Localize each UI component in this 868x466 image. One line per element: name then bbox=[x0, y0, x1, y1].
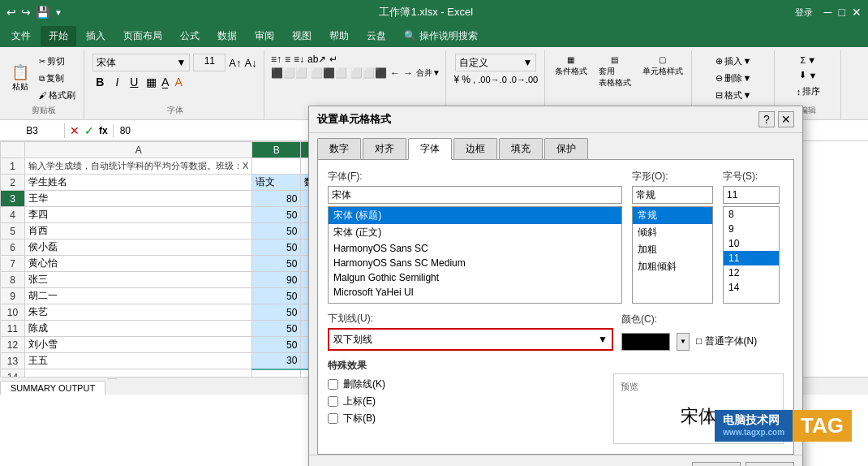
redo-icon[interactable]: ↪ bbox=[21, 6, 31, 19]
merge-cells-button[interactable]: 合并▼ bbox=[416, 67, 440, 79]
copy-button[interactable]: ⧉复制 bbox=[36, 71, 79, 86]
menu-insert[interactable]: 插入 bbox=[78, 26, 114, 46]
menu-help[interactable]: 帮助 bbox=[321, 26, 357, 46]
comma-button[interactable]: , bbox=[473, 74, 475, 85]
cancel-formula-icon[interactable]: ✕ bbox=[70, 124, 79, 137]
increase-font-icon[interactable]: A↑ bbox=[229, 57, 241, 69]
size-list-item[interactable]: 10 bbox=[724, 236, 779, 251]
delete-button[interactable]: ⊖ 删除▼ bbox=[712, 71, 754, 86]
fill-button[interactable]: ⬇ ▼ bbox=[796, 68, 820, 82]
percent-button[interactable]: % bbox=[462, 74, 471, 85]
col-header-a[interactable]: A bbox=[25, 142, 252, 158]
superscript-checkbox[interactable] bbox=[328, 396, 338, 407]
normal-font-label[interactable]: □ 普通字体(N) bbox=[696, 334, 757, 348]
style-list-item[interactable]: 常规 bbox=[633, 207, 712, 224]
size-list-item[interactable]: 12 bbox=[724, 265, 779, 280]
number-format-selector[interactable]: 自定义 ▼ bbox=[455, 54, 536, 71]
tab-protection[interactable]: 保护 bbox=[544, 138, 588, 159]
style-list-item[interactable]: 加粗倾斜 bbox=[633, 258, 712, 275]
decrease-decimal-button[interactable]: .00→.0 bbox=[478, 75, 506, 84]
strikethrough-checkbox[interactable] bbox=[328, 379, 338, 390]
align-middle-icon[interactable]: ≡ bbox=[285, 54, 290, 65]
fill-color-button[interactable]: A̲ bbox=[161, 76, 170, 88]
rotate-text-icon[interactable]: ab↗ bbox=[307, 54, 326, 65]
close-icon[interactable]: ✕ bbox=[852, 6, 862, 19]
menu-home[interactable]: 开始 bbox=[41, 26, 76, 46]
cancel-button[interactable]: 取消 bbox=[746, 462, 794, 466]
table-format-button[interactable]: ▤ 套用表格格式 bbox=[595, 54, 634, 90]
tab-border[interactable]: 边框 bbox=[453, 138, 497, 159]
sum-button[interactable]: Σ ▼ bbox=[797, 54, 820, 67]
format-painter-button[interactable]: 🖌格式刷 bbox=[36, 88, 79, 103]
font-list[interactable]: 宋体 (标题) 宋体 (正文) HarmonyOS Sans SC Harmon… bbox=[328, 206, 622, 304]
align-bottom-icon[interactable]: ≡↓ bbox=[294, 54, 304, 65]
size-list-item[interactable]: 8 bbox=[724, 207, 779, 222]
font-size-selector[interactable]: 11 bbox=[193, 54, 226, 71]
border-button[interactable]: ▦ bbox=[146, 76, 157, 88]
cell-style-button[interactable]: ▢ 单元格样式 bbox=[639, 54, 686, 90]
ok-button[interactable]: 确定 bbox=[692, 462, 741, 466]
font-list-item[interactable]: HarmonyOS Sans SC Medium bbox=[329, 256, 621, 270]
insert-function-icon[interactable]: fx bbox=[99, 125, 108, 136]
save-icon[interactable]: 💾 bbox=[36, 6, 49, 19]
format-button[interactable]: ⊟ 格式▼ bbox=[712, 88, 754, 103]
tab-font[interactable]: 字体 bbox=[408, 138, 452, 160]
align-right-icon[interactable]: ⬜⬜⬛ bbox=[350, 67, 387, 79]
size-list-item[interactable]: 14 bbox=[724, 280, 779, 295]
font-name-input[interactable] bbox=[328, 186, 622, 204]
menu-layout[interactable]: 页面布局 bbox=[115, 26, 170, 46]
align-top-icon[interactable]: ≡↑ bbox=[271, 54, 281, 65]
currency-button[interactable]: ¥ bbox=[454, 74, 460, 85]
maximize-icon[interactable]: □ bbox=[839, 6, 845, 19]
minimize-icon[interactable]: ─ bbox=[824, 6, 832, 19]
col-header-b[interactable]: B bbox=[252, 142, 301, 158]
dialog-question-btn[interactable]: ? bbox=[758, 111, 775, 127]
menu-cloud[interactable]: 云盘 bbox=[359, 26, 394, 46]
subscript-checkbox[interactable] bbox=[328, 413, 338, 424]
font-name-selector[interactable]: 宋体 ▼ bbox=[92, 54, 190, 71]
font-list-item[interactable]: Microsoft YaHei UI bbox=[329, 285, 621, 300]
tab-alignment[interactable]: 对齐 bbox=[363, 138, 406, 159]
undo-icon[interactable]: ↩ bbox=[6, 6, 16, 19]
align-center-icon[interactable]: ⬜⬛⬜ bbox=[311, 67, 347, 79]
indent-decrease-icon[interactable]: ← bbox=[390, 67, 400, 79]
insert-button[interactable]: ⊕ 插入▼ bbox=[712, 54, 754, 69]
size-list-item[interactable]: 11 bbox=[724, 251, 779, 265]
font-color-button[interactable]: A bbox=[174, 76, 182, 88]
menu-data[interactable]: 数据 bbox=[209, 26, 245, 46]
size-list-item[interactable]: 9 bbox=[724, 222, 779, 236]
sort-button[interactable]: ↕ 排序 bbox=[793, 84, 824, 99]
style-list-item[interactable]: 倾斜 bbox=[633, 224, 712, 241]
style-list-item[interactable]: 加粗 bbox=[633, 241, 712, 258]
quick-access-icon[interactable]: ▼ bbox=[54, 8, 62, 17]
font-list-item[interactable]: HarmonyOS Sans SC bbox=[329, 241, 621, 256]
font-style-input[interactable] bbox=[632, 186, 713, 204]
underline-selector[interactable]: 双下划线 ▼ bbox=[330, 330, 611, 348]
cut-button[interactable]: ✂剪切 bbox=[36, 54, 79, 69]
size-list[interactable]: 8 9 10 11 12 14 bbox=[723, 206, 780, 304]
menu-file[interactable]: 文件 bbox=[3, 26, 39, 46]
italic-button[interactable]: I bbox=[112, 74, 122, 90]
style-list[interactable]: 常规 倾斜 加粗 加粗倾斜 bbox=[632, 206, 713, 304]
menu-review[interactable]: 审阅 bbox=[247, 26, 282, 46]
menu-search[interactable]: 🔍 操作说明搜索 bbox=[396, 26, 486, 46]
font-list-item[interactable]: 宋体 (标题) bbox=[329, 207, 621, 224]
underline-button[interactable]: U bbox=[127, 74, 141, 90]
confirm-formula-icon[interactable]: ✓ bbox=[84, 124, 94, 137]
color-dropdown-button[interactable]: ▼ bbox=[677, 333, 690, 351]
font-list-item[interactable]: 宋体 (正文) bbox=[329, 224, 621, 241]
conditional-format-button[interactable]: ▦ 条件格式 bbox=[552, 54, 591, 90]
paste-button[interactable]: 📋 粘贴 bbox=[8, 63, 32, 94]
menu-formula[interactable]: 公式 bbox=[172, 26, 208, 46]
font-list-item[interactable]: Malgun Gothic Semilight bbox=[329, 270, 621, 285]
sheet-tab-summary[interactable]: SUMMARY OUTPUT bbox=[0, 381, 105, 395]
bold-button[interactable]: B bbox=[92, 74, 107, 90]
cell-reference[interactable]: B3 bbox=[0, 123, 65, 138]
align-left-icon[interactable]: ⬛⬜⬜ bbox=[271, 67, 307, 79]
increase-decimal-button[interactable]: .0→.00 bbox=[509, 75, 538, 84]
login-button[interactable]: 登录 bbox=[790, 5, 818, 20]
tab-fill[interactable]: 填充 bbox=[499, 138, 543, 159]
menu-view[interactable]: 视图 bbox=[284, 26, 320, 46]
font-size-input[interactable] bbox=[723, 186, 780, 204]
dialog-close-btn[interactable]: ✕ bbox=[778, 111, 794, 127]
